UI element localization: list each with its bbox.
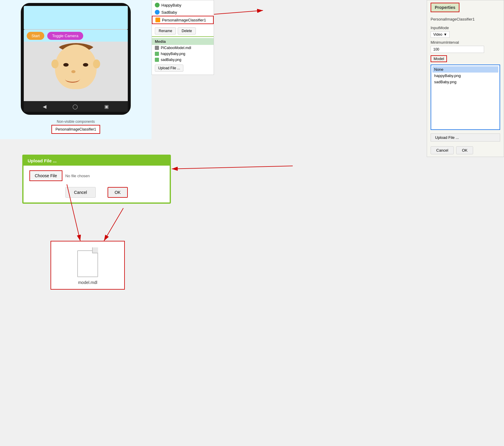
sad-icon (155, 10, 160, 15)
model-label: Model (431, 55, 447, 62)
media-upload-button[interactable]: Upload File ... (155, 65, 183, 72)
img-icon-sad (155, 58, 159, 62)
baby-face-container (49, 42, 103, 101)
media-label-sadbaby: sadBaby.png (161, 58, 181, 62)
dialog-ok-button[interactable]: OK (108, 187, 128, 198)
media-item-model: PICabooModel.mdl (152, 45, 214, 51)
phone-navbar: ◀ ◯ ▣ (24, 101, 128, 112)
file-name-label: model.mdl (78, 280, 97, 285)
media-item-sadbaby: sadBaby.png (152, 57, 214, 63)
dropdown-arrow-icon: ▼ (443, 32, 447, 37)
media-header: Media (152, 38, 214, 45)
comp-item-classifier[interactable]: PersonalImageClassifier1 (152, 16, 214, 24)
baby-ear-right (93, 59, 100, 68)
minimum-interval-input[interactable] (431, 46, 484, 53)
file-icon-fold (92, 247, 98, 253)
start-button[interactable]: Start (27, 32, 44, 40)
media-label-happybaby: happyBaby.png (161, 52, 185, 56)
prop-ok-button[interactable]: OK (456, 146, 473, 154)
input-mode-select-wrapper: Video ▼ (431, 31, 500, 38)
component-box-classifier: PersonalImageClassifier1 (51, 125, 100, 134)
happy-icon (155, 3, 160, 7)
model-label-wrapper: Model (427, 54, 504, 63)
phone-emulator-area: Start Toggle Camera ◀ ◯ ▣ Non-visible co… (0, 0, 152, 139)
comp-label-classifier: PersonalImageClassifier1 (162, 18, 206, 22)
model-listbox[interactable]: None happyBaby.png sadBaby.png (431, 65, 500, 130)
baby-ear-left (51, 59, 59, 68)
model-option-happybaby[interactable]: happyBaby.png (432, 73, 498, 79)
model-option-sadbaby[interactable]: sadBaby.png (432, 79, 498, 85)
file-icon-graphic (76, 247, 100, 277)
baby-head (55, 45, 97, 89)
recent-icon: ▣ (104, 104, 109, 109)
properties-upload-button[interactable]: Upload File ... (431, 134, 500, 142)
classifier-icon (155, 18, 160, 22)
home-icon: ◯ (73, 104, 78, 109)
minimum-interval-row: MinimumInterval (427, 39, 504, 54)
media-label-model: PICabooModel.mdl (161, 46, 191, 50)
delete-button[interactable]: Delete (178, 27, 196, 34)
properties-panel: Properties PersonalImageClassifier1 Inpu… (427, 0, 504, 157)
back-icon: ◀ (43, 104, 46, 109)
media-item-happybaby: happyBaby.png (152, 51, 214, 57)
file-icon-small (155, 46, 159, 50)
components-list: HappyBaby SadBaby PersonalImageClassifie… (152, 0, 214, 25)
components-panel: HappyBaby SadBaby PersonalImageClassifie… (152, 0, 214, 75)
file-icon-box: model.mdl (51, 241, 125, 290)
dialog-actions: Cancel OK (29, 187, 164, 198)
svg-line-2 (172, 166, 293, 169)
svg-line-1 (214, 10, 263, 14)
properties-component-name: PersonalImageClassifier1 (427, 16, 504, 24)
media-section: Media PICabooModel.mdl happyBaby.png sad… (152, 36, 214, 75)
prop-cancel-button[interactable]: Cancel (431, 146, 454, 154)
non-visible-label: Non-visible components (3, 120, 149, 124)
prop-actions: Cancel OK (427, 144, 504, 157)
properties-header: Properties (431, 3, 459, 12)
baby-nose (71, 70, 75, 73)
input-mode-value: Video (433, 32, 442, 37)
input-mode-select[interactable]: Video ▼ (431, 31, 450, 38)
upload-dialog: Upload File ... Choose File No file chos… (22, 155, 171, 204)
comp-item-sadbaby[interactable]: SadBaby (152, 9, 214, 16)
input-mode-row: InputMode Video ▼ (427, 24, 504, 39)
img-icon-happy (155, 52, 159, 56)
comp-item-happybaby[interactable]: HappyBaby (152, 1, 214, 9)
file-icon-body (77, 250, 98, 277)
minimum-interval-label: MinimumInterval (431, 40, 500, 45)
toggle-camera-button[interactable]: Toggle Camera (47, 32, 83, 40)
input-mode-label: InputMode (431, 26, 500, 30)
upload-dialog-header: Upload File ... (23, 156, 170, 166)
baby-mouth (65, 76, 80, 83)
baby-eye-right (83, 63, 88, 67)
comp-actions: Rename Delete (152, 25, 214, 36)
rename-button[interactable]: Rename (155, 27, 176, 34)
comp-label-sadbaby: SadBaby (161, 10, 177, 15)
no-file-text: No file chosen (65, 174, 90, 178)
upload-dialog-body: Choose File No file chosen Cancel OK (23, 166, 170, 202)
choose-file-button[interactable]: Choose File (29, 170, 62, 181)
svg-line-4 (104, 208, 123, 241)
phone-screen-middle: Start Toggle Camera (24, 30, 128, 42)
phone-screen-image (24, 42, 128, 101)
phone-device: Start Toggle Camera ◀ ◯ ▣ (21, 3, 131, 115)
dialog-cancel-button[interactable]: Cancel (65, 187, 96, 198)
file-chooser-row: Choose File No file chosen (29, 170, 164, 181)
comp-label-happybaby: HappyBaby (161, 3, 181, 7)
component-box-label: PersonalImageClassifier1 (56, 127, 96, 131)
phone-screen-top (24, 6, 128, 30)
baby-eye-left (63, 63, 69, 67)
model-option-none[interactable]: None (432, 66, 498, 73)
non-visible-area: Non-visible components PersonalImageClas… (3, 115, 149, 136)
